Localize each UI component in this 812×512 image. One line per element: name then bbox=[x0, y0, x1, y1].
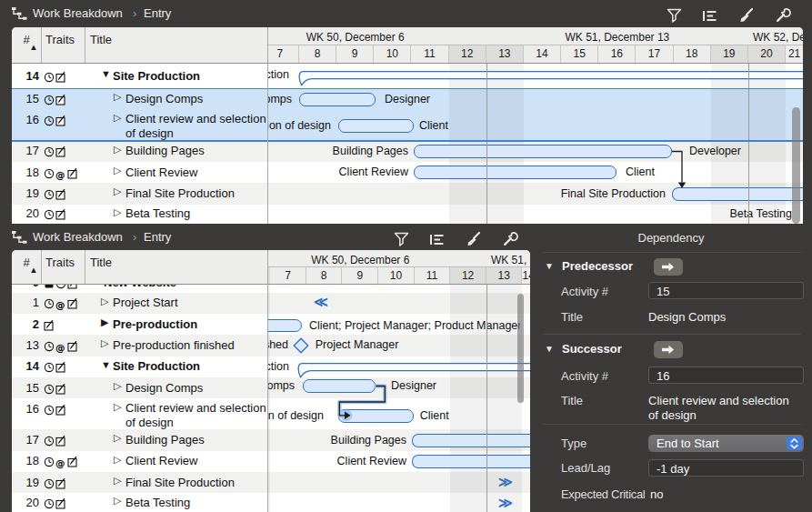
table-row[interactable]: 18@▷Client Review bbox=[12, 451, 268, 472]
gantt-bar[interactable] bbox=[338, 409, 414, 423]
type-popup[interactable]: End to Start bbox=[648, 435, 804, 453]
trait-paperclip-icon: @ bbox=[55, 455, 66, 466]
gantt-bar[interactable] bbox=[414, 166, 617, 179]
week-header-cell: WK 50, December 6 bbox=[268, 250, 486, 267]
table-row[interactable]: 17▷Building Pages bbox=[12, 429, 268, 450]
settings-wrench-icon[interactable] bbox=[774, 7, 791, 25]
expected-critical-value: no bbox=[650, 487, 663, 501]
bar-label: Design Comps bbox=[268, 93, 292, 105]
toolbar-top: Work Breakdown › Entry bbox=[0, 0, 812, 27]
column-header-title[interactable]: Title bbox=[90, 33, 112, 46]
bar-resources-label: Client; Project Manager; Product Manager… bbox=[309, 319, 520, 332]
trait-icons bbox=[44, 433, 66, 445]
table-row[interactable]: 19▷Final Site Production bbox=[12, 183, 268, 204]
vertical-scrollbar-thumb[interactable] bbox=[792, 107, 800, 224]
type-label: Type bbox=[561, 437, 586, 450]
table-row[interactable]: 17▷Building Pages bbox=[12, 141, 268, 162]
breadcrumb-current[interactable]: Entry bbox=[144, 230, 171, 244]
style-brush-icon[interactable] bbox=[737, 7, 755, 25]
trait-pencil-icon bbox=[67, 296, 78, 307]
table-row[interactable]: 13@▷Pre-production finished bbox=[12, 335, 268, 356]
disclosure-triangle[interactable]: ▼ bbox=[101, 68, 111, 79]
offscreen-right-indicator[interactable]: ≫ bbox=[498, 495, 513, 511]
trait-pencil-icon bbox=[55, 497, 66, 507]
leadlag-field[interactable]: -1 day bbox=[648, 459, 804, 477]
successor-disclosure-icon[interactable]: ▼ bbox=[545, 344, 554, 354]
gantt-bar[interactable] bbox=[303, 379, 376, 393]
vertical-scrollbar-thumb[interactable] bbox=[517, 294, 525, 403]
predecessor-disclosure-icon[interactable]: ▼ bbox=[545, 261, 554, 271]
gantt-bar[interactable] bbox=[299, 93, 376, 106]
trait-paperclip-icon: @ bbox=[55, 339, 66, 350]
table-row[interactable]: 0▼New Website bbox=[12, 285, 268, 293]
bar-label: Client review and selection of design bbox=[268, 409, 324, 422]
goto-successor-button[interactable] bbox=[654, 341, 683, 358]
settings-wrench-icon[interactable] bbox=[501, 231, 518, 248]
trait-clock-icon bbox=[44, 187, 55, 198]
day-header-cell: 10 bbox=[378, 267, 415, 284]
outline-icon[interactable] bbox=[701, 7, 718, 25]
row-title: Client Review bbox=[125, 166, 197, 179]
offscreen-left-indicator[interactable]: ≪ bbox=[314, 294, 328, 310]
outline-icon[interactable] bbox=[428, 231, 446, 248]
gantt-bar[interactable] bbox=[338, 119, 414, 133]
table-row[interactable]: 16▷Client review and selectionof design bbox=[12, 109, 268, 140]
leadlag-label: Lead/Lag bbox=[561, 461, 610, 475]
gantt-summary-bar[interactable] bbox=[296, 71, 803, 87]
gantt-bar[interactable] bbox=[268, 319, 302, 333]
table-row[interactable]: 1@▷Project Start bbox=[12, 293, 268, 314]
table-row[interactable]: 19▷Final Site Production bbox=[12, 472, 268, 493]
gantt-bar[interactable] bbox=[414, 145, 672, 158]
filter-icon[interactable] bbox=[666, 7, 683, 25]
table-row[interactable]: 20▷Beta Testing bbox=[12, 205, 268, 224]
style-brush-icon[interactable] bbox=[465, 231, 482, 248]
trait-icons bbox=[44, 285, 78, 287]
row-number: 20 bbox=[12, 206, 39, 220]
disclosure-triangle[interactable]: ▼ bbox=[101, 359, 111, 370]
trait-pencil-icon bbox=[55, 114, 66, 125]
breadcrumb-root[interactable]: Work Breakdown bbox=[33, 6, 123, 20]
predecessor-activity-field[interactable]: 15 bbox=[648, 282, 804, 299]
day-header-cell: 12 bbox=[449, 45, 486, 63]
filter-icon[interactable] bbox=[393, 231, 410, 248]
breadcrumb-separator: › bbox=[133, 230, 136, 244]
day-header-cell: 8 bbox=[306, 267, 343, 284]
day-header-cell: 11 bbox=[411, 45, 448, 63]
row-number: 16 bbox=[12, 113, 39, 126]
row-title: Site Production bbox=[113, 69, 200, 83]
gantt-bar[interactable] bbox=[672, 187, 803, 201]
table-row[interactable]: 18@▷Client Review bbox=[12, 162, 268, 183]
table-row[interactable]: 20▷Beta Testing bbox=[12, 493, 268, 512]
trait-clock-icon bbox=[44, 382, 55, 393]
column-header-traits[interactable]: Traits bbox=[45, 33, 75, 46]
activity-marker-icon: ▷ bbox=[114, 495, 121, 507]
table-row[interactable]: 16▷Client review and selectionof design bbox=[12, 398, 268, 429]
offscreen-right-indicator[interactable]: ≫ bbox=[498, 474, 513, 490]
disclosure-triangle[interactable]: ▼ bbox=[92, 285, 102, 286]
bar-label: Final Site Production bbox=[561, 187, 666, 200]
table-row[interactable]: 14▼Site Production bbox=[12, 356, 268, 377]
gantt-bar[interactable] bbox=[412, 455, 530, 468]
table-row[interactable]: 14▼Site Production bbox=[12, 64, 268, 88]
table-row[interactable]: 15▷Design Comps bbox=[12, 377, 268, 398]
row-title: Building Pages bbox=[125, 144, 205, 157]
trait-pencil-icon bbox=[55, 434, 66, 445]
breadcrumb-current[interactable]: Entry bbox=[144, 6, 171, 20]
row-number: 2 bbox=[12, 317, 39, 331]
row-title: Final Site Production bbox=[125, 476, 235, 489]
header-divider bbox=[268, 266, 530, 267]
gantt-summary-bar[interactable] bbox=[296, 363, 530, 379]
column-header-traits[interactable]: Traits bbox=[45, 256, 75, 269]
column-header-title[interactable]: Title bbox=[90, 256, 112, 269]
table-row[interactable]: 15▷Design Comps bbox=[12, 88, 268, 109]
gantt-bar[interactable] bbox=[412, 434, 530, 447]
disclosure-triangle[interactable]: ▶ bbox=[101, 316, 108, 328]
successor-activity-field[interactable]: 16 bbox=[648, 366, 804, 384]
day-header-cell: 13 bbox=[486, 45, 524, 63]
breadcrumb-root[interactable]: Work Breakdown bbox=[33, 230, 123, 244]
predecessor-title-value: Design Comps bbox=[648, 310, 726, 324]
table-row[interactable]: 2▶Pre-production bbox=[12, 314, 268, 335]
gantt-milestone[interactable] bbox=[293, 337, 309, 354]
divider bbox=[543, 424, 801, 425]
goto-predecessor-button[interactable] bbox=[654, 258, 683, 276]
